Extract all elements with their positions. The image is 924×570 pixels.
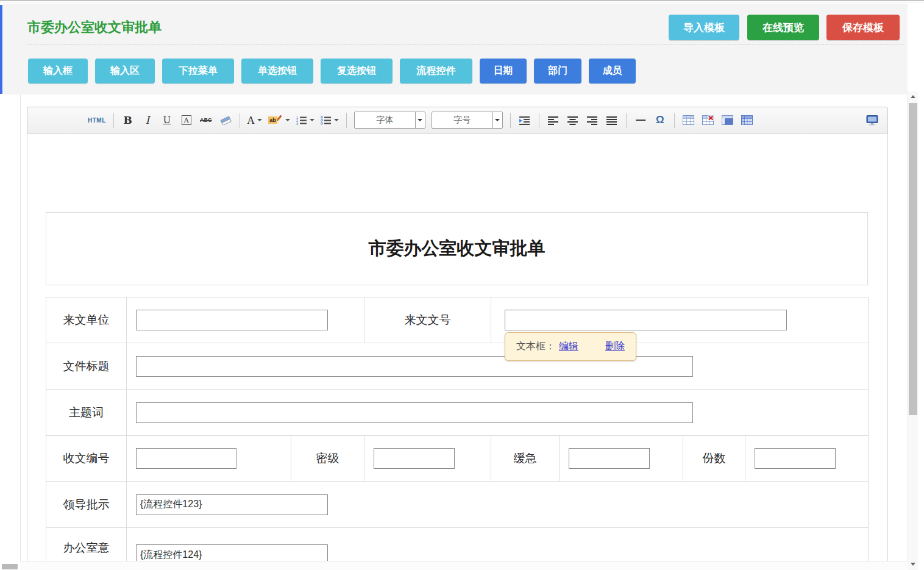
editor-canvas[interactable]: 市委办公室收文审批单 来文单位 来文文号 文件标题 主题词 收文编: [27, 134, 888, 561]
align-justify-button[interactable]: [605, 112, 619, 128]
arrow-up-icon: [911, 95, 915, 98]
tooltip-target-label: 文本框：: [516, 340, 555, 353]
save-template-button[interactable]: 保存模板: [826, 15, 900, 40]
toolbar-separator: [539, 113, 539, 128]
svg-text:3: 3: [296, 122, 298, 125]
align-left-button[interactable]: [547, 112, 560, 128]
online-preview-button[interactable]: 在线预览: [747, 15, 819, 40]
edit-widget-link[interactable]: 编辑: [559, 340, 578, 353]
table-row: 领导批示: [46, 482, 869, 528]
copies-input[interactable]: [755, 448, 836, 469]
delete-table-button[interactable]: [702, 112, 715, 128]
toolbar-separator: [626, 113, 627, 128]
table-row: 办公室意: [46, 528, 869, 561]
add-date-button[interactable]: 日期: [480, 59, 527, 84]
office-opinion-input[interactable]: [136, 544, 328, 561]
underline-button[interactable]: U: [160, 112, 174, 128]
html-source-icon: HTML: [88, 117, 106, 124]
unordered-list-icon: [321, 116, 331, 125]
widget-action-tooltip: 文本框： 编辑 删除: [505, 332, 636, 361]
import-template-button[interactable]: 导入模板: [669, 15, 739, 40]
field-label-doc-number: 来文文号: [364, 297, 491, 343]
ordered-list-button[interactable]: 123: [296, 112, 315, 128]
dropdown-caret-icon: [334, 119, 339, 121]
add-dropdown-button[interactable]: 下拉菜单: [162, 59, 234, 84]
combo-arrow[interactable]: [492, 112, 502, 128]
source-code-button[interactable]: HTML: [88, 112, 106, 128]
dropdown-caret-icon: [285, 119, 290, 121]
add-department-button[interactable]: 部门: [534, 59, 581, 84]
table-cell-props-button[interactable]: [721, 112, 734, 128]
align-left-icon: [548, 116, 558, 125]
header-divider: [27, 44, 903, 45]
leader-instructions-input[interactable]: [136, 494, 328, 515]
eraser-icon: [219, 116, 232, 125]
incoming-unit-input[interactable]: [136, 310, 328, 330]
font-family-select[interactable]: 字体: [354, 112, 425, 129]
field-label-incoming-unit: 来文单位: [46, 297, 127, 343]
add-checkbox-button[interactable]: 复选按钮: [321, 59, 393, 84]
vertical-scrollbar[interactable]: [908, 91, 918, 570]
highlight-icon: ab: [268, 116, 277, 124]
delete-widget-link[interactable]: 删除: [605, 340, 625, 353]
approval-form-table: 来文单位 来文文号 文件标题 主题词 收文编号 密级 缓急 份数: [46, 297, 869, 561]
add-input-box-button[interactable]: 输入框: [28, 59, 88, 84]
editor-panel-left-border: [20, 94, 21, 561]
subject-words-input[interactable]: [136, 402, 693, 423]
highlight-color-button[interactable]: ab: [268, 112, 290, 128]
strikethrough-icon: ABC: [200, 117, 212, 123]
vertical-scrollbar-thumb[interactable]: [909, 103, 917, 415]
remove-format-button[interactable]: [219, 112, 232, 128]
char-border-button[interactable]: A: [180, 112, 193, 128]
horizontal-rule-button[interactable]: —: [634, 112, 647, 128]
urgency-input[interactable]: [569, 448, 650, 469]
field-label-security-level: 密级: [291, 436, 364, 482]
horizontal-scrollbar-thumb[interactable]: [2, 564, 18, 569]
toolbar-separator: [240, 113, 240, 128]
align-justify-icon: [606, 116, 617, 125]
control-button-row: 输入框 输入区 下拉菜单 单选按钮 复选按钮 流程控件 日期 部门 成员: [28, 59, 636, 84]
add-radio-button[interactable]: 单选按钮: [241, 59, 313, 84]
font-size-select[interactable]: 字号: [432, 112, 503, 129]
window-top-border: [0, 0, 924, 1]
field-label-office-opinion: 办公室意: [46, 528, 127, 561]
table-row: 来文单位 来文文号: [46, 297, 869, 343]
field-label-leader-instructions: 领导批示: [46, 482, 127, 528]
font-color-button[interactable]: A: [247, 112, 263, 128]
scroll-up-button[interactable]: [908, 91, 918, 102]
insert-table-button[interactable]: [682, 112, 695, 128]
strikethrough-button[interactable]: ABC: [199, 112, 213, 128]
font-size-label: 字号: [432, 112, 492, 128]
align-center-button[interactable]: [566, 112, 580, 128]
security-level-input[interactable]: [374, 448, 455, 469]
table-row: 文件标题: [46, 343, 869, 390]
field-label-receipt-number: 收文编号: [46, 436, 127, 482]
horizontal-scrollbar-track: [20, 561, 908, 570]
font-color-icon: A: [247, 115, 255, 126]
unordered-list-button[interactable]: [321, 112, 339, 128]
field-label-subject-words: 主题词: [46, 390, 127, 436]
add-member-button[interactable]: 成员: [589, 59, 636, 84]
align-right-button[interactable]: [586, 112, 599, 128]
toolbar-separator: [346, 113, 347, 128]
page-title: 市委办公室收文审批单: [27, 18, 162, 37]
scroll-down-button[interactable]: [908, 559, 918, 569]
special-char-button[interactable]: Ω: [653, 112, 667, 128]
indent-button[interactable]: [518, 112, 531, 128]
dropdown-caret-icon: [310, 119, 315, 121]
combo-arrow[interactable]: [415, 112, 425, 128]
toolbar-separator: [113, 113, 114, 128]
fullscreen-button[interactable]: [865, 112, 879, 128]
indent-icon: [519, 116, 530, 125]
form-title: 市委办公室收文审批单: [369, 237, 546, 261]
add-textarea-button[interactable]: 输入区: [95, 59, 155, 84]
boxed-a-icon: A: [182, 115, 191, 125]
bold-button[interactable]: B: [121, 112, 135, 128]
receipt-number-input[interactable]: [136, 448, 236, 469]
add-flow-control-button[interactable]: 流程控件: [400, 59, 472, 84]
italic-button[interactable]: I: [141, 112, 154, 128]
table-props-button[interactable]: [741, 112, 754, 128]
align-right-icon: [587, 116, 597, 125]
form-title-box: 市委办公室收文审批单: [46, 212, 868, 285]
doc-number-input[interactable]: [505, 310, 787, 330]
